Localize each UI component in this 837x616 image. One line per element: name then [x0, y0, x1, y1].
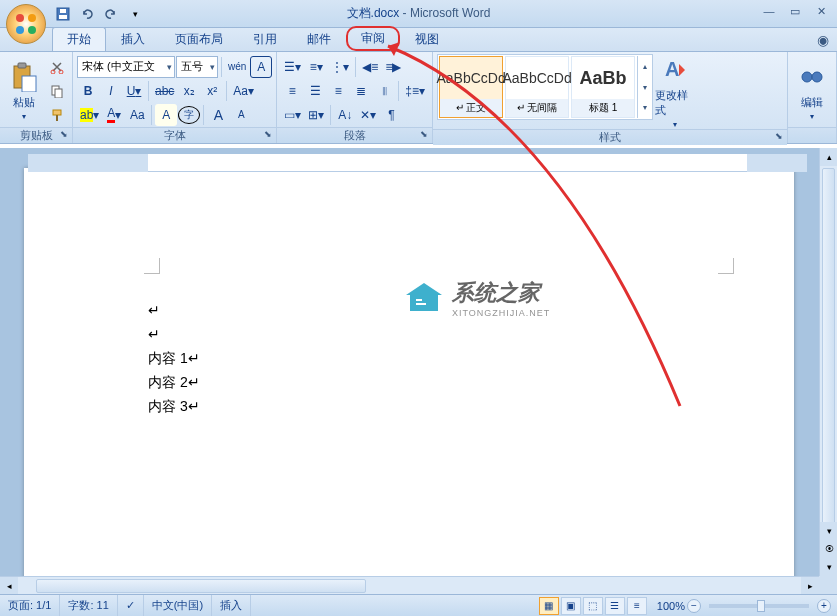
vscroll-thumb[interactable] — [822, 168, 835, 528]
zoom-slider-thumb[interactable] — [757, 600, 765, 612]
numbering-button[interactable]: ≡▾ — [305, 56, 327, 78]
asian-layout-button[interactable]: ✕▾ — [357, 104, 379, 126]
scroll-left-arrow[interactable]: ◂ — [0, 577, 18, 595]
align-center-button[interactable]: ☰ — [304, 80, 326, 102]
help-icon[interactable]: ◉ — [817, 32, 829, 48]
justify-button[interactable]: ≣ — [350, 80, 372, 102]
undo-icon[interactable] — [76, 3, 98, 25]
style-gallery-scroll[interactable]: ▴▾▾ — [637, 56, 651, 118]
bullets-button[interactable]: ☰▾ — [281, 56, 304, 78]
align-right-button[interactable]: ≡ — [327, 80, 349, 102]
cut-button[interactable] — [46, 56, 68, 78]
clipboard-launcher[interactable]: ⬊ — [58, 129, 70, 141]
copy-button[interactable] — [46, 80, 68, 102]
document-content[interactable]: ↵ ↵ 内容 1↵ 内容 2↵ 内容 3↵ — [148, 298, 200, 418]
style-gallery: AaBbCcDd ↵ 正文 AaBbCcDd ↵ 无间隔 AaBb 标题 1 ▴… — [437, 54, 653, 120]
line-spacing-button[interactable]: ‡≡▾ — [402, 80, 428, 102]
save-icon[interactable] — [52, 3, 74, 25]
borders-button[interactable]: ⊞▾ — [305, 104, 327, 126]
superscript-button[interactable]: x² — [201, 80, 223, 102]
view-web-layout[interactable]: ⬚ — [583, 597, 603, 615]
enclose-characters-button[interactable]: 字 — [178, 106, 200, 124]
vertical-scrollbar[interactable]: ▴ ▾ ⦿ ▾ — [819, 148, 837, 576]
style-no-spacing[interactable]: AaBbCcDd ↵ 无间隔 — [505, 56, 569, 118]
horizontal-scrollbar[interactable]: ◂ ▸ — [0, 576, 819, 594]
office-button[interactable] — [6, 4, 46, 44]
distributed-button[interactable]: ⫴ — [373, 80, 395, 102]
status-insert-mode[interactable]: 插入 — [212, 595, 251, 616]
font-launcher[interactable]: ⬊ — [262, 129, 274, 141]
svg-rect-8 — [18, 63, 26, 68]
status-word-count[interactable]: 字数: 11 — [60, 595, 117, 616]
hscroll-thumb[interactable] — [36, 579, 366, 593]
paragraph-line[interactable]: 内容 3↵ — [148, 394, 200, 418]
scroll-up-arrow[interactable]: ▴ — [820, 148, 837, 166]
scroll-right-arrow[interactable]: ▸ — [801, 577, 819, 595]
show-marks-button[interactable]: ¶ — [380, 104, 402, 126]
view-draft[interactable]: ≡ — [627, 597, 647, 615]
character-border-button[interactable]: A — [250, 56, 272, 78]
view-print-layout[interactable]: ▦ — [539, 597, 559, 615]
status-page[interactable]: 页面: 1/1 — [0, 595, 60, 616]
tab-review[interactable]: 审阅 — [346, 26, 400, 51]
clear-formatting-button[interactable]: Aa — [126, 104, 148, 126]
style-normal[interactable]: AaBbCcDd ↵ 正文 — [439, 56, 503, 118]
horizontal-ruler[interactable] — [28, 154, 807, 172]
zoom-out-button[interactable]: − — [687, 599, 701, 613]
minimize-button[interactable]: — — [757, 2, 781, 20]
style-heading1[interactable]: AaBb 标题 1 — [571, 56, 635, 118]
tab-insert[interactable]: 插入 — [106, 27, 160, 51]
underline-button[interactable]: U▾ — [123, 80, 145, 102]
close-button[interactable]: ✕ — [809, 2, 833, 20]
shading-button[interactable]: ▭▾ — [281, 104, 304, 126]
tab-references[interactable]: 引用 — [238, 27, 292, 51]
next-page-button[interactable]: ▾ — [820, 558, 837, 576]
subscript-button[interactable]: x₂ — [178, 80, 200, 102]
paragraph-line[interactable]: ↵ — [148, 322, 200, 346]
strikethrough-button[interactable]: abc — [152, 80, 177, 102]
pinyin-button[interactable]: wén — [225, 56, 249, 78]
view-full-screen[interactable]: ▣ — [561, 597, 581, 615]
increase-indent-button[interactable]: ≡▶ — [382, 56, 404, 78]
paragraph-line[interactable]: 内容 2↵ — [148, 370, 200, 394]
scroll-down-arrow[interactable]: ▾ — [820, 522, 837, 540]
tab-mailings[interactable]: 邮件 — [292, 27, 346, 51]
character-shading-button[interactable]: A — [155, 104, 177, 126]
tab-view[interactable]: 视图 — [400, 27, 454, 51]
page[interactable]: 系统之家 XITONGZHIJIA.NET ↵ ↵ 内容 1↵ 内容 2↵ 内容… — [24, 168, 794, 576]
font-size-combo[interactable]: 五号 — [176, 56, 218, 78]
paragraph-launcher[interactable]: ⬊ — [418, 129, 430, 141]
change-styles-button[interactable]: A 更改样式 ▾ — [655, 54, 695, 129]
decrease-indent-button[interactable]: ◀≡ — [359, 56, 381, 78]
find-button[interactable]: 编辑 ▾ — [792, 54, 832, 127]
font-color-button[interactable]: A▾ — [103, 104, 125, 126]
grow-font-button[interactable]: A — [207, 104, 229, 126]
paste-button[interactable]: 粘贴 ▾ — [4, 54, 44, 127]
redo-icon[interactable] — [100, 3, 122, 25]
sort-button[interactable]: A↓ — [334, 104, 356, 126]
qat-dropdown-icon[interactable]: ▾ — [124, 3, 146, 25]
highlight-button[interactable]: ab▾ — [77, 104, 102, 126]
zoom-level[interactable]: 100% — [657, 600, 685, 612]
align-left-button[interactable]: ≡ — [281, 80, 303, 102]
paragraph-line[interactable]: 内容 1↵ — [148, 346, 200, 370]
shrink-font-button[interactable]: A — [230, 104, 252, 126]
bold-button[interactable]: B — [77, 80, 99, 102]
change-case-button[interactable]: Aa▾ — [230, 80, 257, 102]
zoom-in-button[interactable]: + — [817, 599, 831, 613]
document-scroll-area[interactable]: 系统之家 XITONGZHIJIA.NET ↵ ↵ 内容 1↵ 内容 2↵ 内容… — [0, 148, 819, 576]
multilevel-list-button[interactable]: ⋮▾ — [328, 56, 352, 78]
paragraph-line[interactable]: ↵ — [148, 298, 200, 322]
styles-launcher[interactable]: ⬊ — [773, 131, 785, 143]
italic-button[interactable]: I — [100, 80, 122, 102]
zoom-slider[interactable] — [709, 604, 809, 608]
prev-page-button[interactable]: ⦿ — [820, 540, 837, 558]
status-proofing-icon[interactable]: ✓ — [118, 595, 144, 616]
tab-page-layout[interactable]: 页面布局 — [160, 27, 238, 51]
view-outline[interactable]: ☰ — [605, 597, 625, 615]
tab-home[interactable]: 开始 — [52, 27, 106, 51]
format-painter-button[interactable] — [46, 104, 68, 126]
maximize-button[interactable]: ▭ — [783, 2, 807, 20]
font-family-combo[interactable]: 宋体 (中文正文 — [77, 56, 175, 78]
status-language[interactable]: 中文(中国) — [144, 595, 212, 616]
